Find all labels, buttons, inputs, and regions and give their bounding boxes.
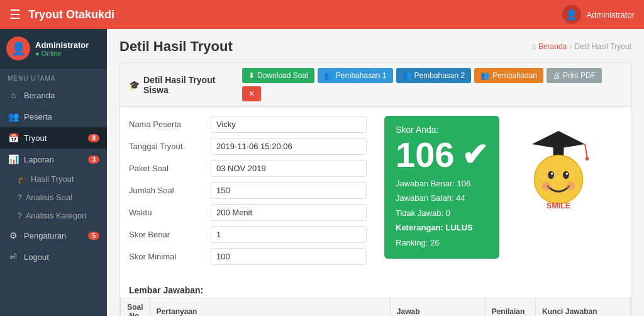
value-paket: 03 NOV 2019: [211, 160, 367, 177]
smile-graduation-image: SMILE you're Graduated: [514, 122, 602, 210]
sidebar-user-panel: 👤 Administrator ● Online: [0, 29, 107, 69]
sidebar-item-logout[interactable]: ⏎ Logout: [0, 246, 107, 268]
question2-icon: ?: [18, 212, 22, 220]
sidebar-item-beranda[interactable]: ⌂ Beranda: [0, 84, 107, 106]
svg-point-11: [542, 182, 551, 191]
label-jumlah: Jumlah Soal: [129, 186, 211, 195]
download-soal-button[interactable]: ⬇ Download Soal: [242, 68, 314, 83]
label-nama: Nama Peserta: [129, 120, 211, 129]
score-box: Skor Anda: 106 ✔ Jawaban Benar: 106 Jawa…: [384, 116, 499, 259]
smile-image-container: SMILE you're Graduated: [508, 116, 609, 217]
value-skor-minimal: 100: [211, 248, 367, 265]
pembahasan2-icon: 👥: [402, 71, 412, 80]
form-row-nama: Nama Peserta Vicky: [129, 116, 367, 133]
answer-table-wrapper: Soal No. Pertanyaan Jawab Penilaian Kunc…: [120, 298, 631, 316]
sidebar-item-label: Logout: [24, 252, 49, 262]
calendar-icon: 📅: [8, 133, 19, 143]
sidebar-item-tryout[interactable]: 📅 Tryout 8: [0, 127, 107, 149]
pembahasan1-icon: 👥: [324, 71, 333, 80]
sidebar-item-hasil-tryout[interactable]: 🎓 Hasil Tryout: [0, 170, 107, 188]
col-penilaian: Penilaian: [485, 298, 535, 317]
page-title: Detil Hasil Tryout: [119, 38, 233, 55]
form-row-skor-minimal: Skor Minimal 100: [129, 248, 367, 265]
breadcrumb-home-icon: ⌂: [531, 42, 536, 51]
value-skor-benar: 1: [211, 226, 367, 243]
close-button[interactable]: ✕: [242, 86, 261, 101]
sidebar-item-label: Tryout: [24, 133, 47, 143]
label-skor-benar: Skor Benar: [129, 230, 211, 239]
sidebar-user-info: Administrator ● Online: [35, 40, 101, 57]
answer-table: Soal No. Pertanyaan Jawab Penilaian Kunc…: [120, 298, 631, 316]
detail-form: Nama Peserta Vicky Tanggal Tryout 2019-1…: [120, 107, 375, 279]
sidebar-item-peserta[interactable]: 👥 Peserta: [0, 106, 107, 127]
sidebar-item-pengaturan[interactable]: ⚙ Pengaturan 5: [0, 225, 107, 246]
laporan-badge: 3: [88, 155, 99, 164]
download-icon: ⬇: [248, 71, 255, 80]
main-content: Detil Hasil Tryout ⌂ Beranda › Detil Has…: [107, 29, 644, 316]
detail-right: Skor Anda: 106 ✔ Jawaban Benar: 106 Jawa…: [375, 107, 631, 279]
nav-right: 👤 Administrator: [562, 5, 635, 24]
brand-title: Tryout Otakukdi: [28, 8, 114, 21]
keterangan-lulus: Keterangan: LULUS: [396, 220, 488, 235]
graduation-cap-icon: 🎓: [129, 80, 140, 90]
pembahasan-icon: 👥: [480, 71, 490, 80]
svg-line-3: [585, 144, 587, 157]
tryout-badge: 8: [88, 134, 99, 142]
svg-point-9: [551, 172, 553, 175]
sidebar-avatar: 👤: [6, 37, 30, 60]
sidebar-item-analisis-soal[interactable]: ? Analisis Soal: [0, 188, 107, 206]
download-soal-label: Download Soal: [257, 71, 308, 80]
form-row-waktu: Waktu 200 Menit: [129, 204, 367, 221]
check-icon: ✔: [462, 139, 488, 171]
table-header-row: Soal No. Pertanyaan Jawab Penilaian Kunc…: [121, 298, 631, 317]
score-details: Jawaban Benar: 106 Jawaban Salah: 44 Tid…: [396, 176, 488, 250]
sidebar-sub-label: Hasil Tryout: [31, 174, 74, 184]
pembahasan2-button[interactable]: 👥 Pembahasan 2: [396, 68, 472, 83]
admin-name: Administrator: [586, 10, 635, 20]
admin-avatar: 👤: [562, 5, 581, 24]
sidebar-menu-label: MENU UTAMA: [0, 69, 107, 84]
top-navigation: ☰ Tryout Otakukdi 👤 Administrator: [0, 0, 644, 29]
sidebar: 👤 Administrator ● Online MENU UTAMA ⌂ Be…: [0, 29, 107, 316]
print-pdf-label: Print PDF: [563, 71, 596, 80]
svg-point-4: [586, 157, 589, 161]
value-nama: Vicky: [211, 116, 367, 133]
sidebar-sub-label: Analisis Soal: [26, 193, 72, 202]
sidebar-item-label: Laporan: [24, 155, 54, 164]
breadcrumb-current: Detil Hasil Tryout: [574, 42, 631, 51]
svg-point-7: [548, 171, 555, 179]
pembahasan-button[interactable]: 👥 Pembahasan: [474, 68, 543, 83]
jawaban-salah: Jawaban Salah: 44: [396, 191, 488, 205]
pembahasan1-button[interactable]: 👥 Pembahasan 1: [318, 68, 393, 83]
sidebar-sub-label: Analisis Kategori: [26, 211, 87, 220]
pengaturan-badge: 5: [88, 232, 99, 240]
pembahasan1-label: Pembahasan 1: [336, 71, 387, 80]
print-icon: 🖨: [553, 71, 560, 80]
card-actions: ⬇ Download Soal 👥 Pembahasan 1 👥 Pembaha…: [242, 68, 622, 101]
tidak-jawab: Tidak Jawab: 0: [396, 206, 488, 220]
detail-grid: Nama Peserta Vicky Tanggal Tryout 2019-1…: [120, 107, 631, 279]
svg-text:SMILE: SMILE: [547, 201, 570, 210]
card-header-title: 🎓 Detil Hasil Tryout Siswa: [129, 75, 242, 95]
app-layout: 👤 Administrator ● Online MENU UTAMA ⌂ Be…: [0, 29, 644, 316]
breadcrumb-home-link[interactable]: Beranda: [538, 42, 567, 51]
pembahasan-label: Pembahasan: [492, 71, 537, 80]
lembar-jawaban-header: Lembar Jawaban:: [120, 279, 631, 298]
sidebar-status: ● Online: [35, 50, 101, 57]
chart-icon: 📊: [8, 154, 19, 164]
col-pertanyaan: Pertanyaan: [150, 298, 390, 317]
sidebar-item-label: Beranda: [24, 91, 55, 100]
label-paket: Paket Soal: [129, 164, 211, 173]
sidebar-item-label: Peserta: [24, 112, 52, 121]
sidebar-item-laporan[interactable]: 📊 Laporan 3: [0, 149, 107, 170]
sidebar-item-analisis-kategori[interactable]: ? Analisis Kategori: [0, 206, 107, 225]
breadcrumb: ⌂ Beranda › Detil Hasil Tryout: [531, 42, 631, 51]
score-number: 106 ✔: [396, 137, 488, 172]
pembahasan2-label: Pembahasan 2: [414, 71, 465, 80]
svg-point-12: [567, 182, 575, 191]
value-tanggal: 2019-11-06 15:20:06: [211, 138, 367, 155]
hamburger-icon[interactable]: ☰: [9, 7, 21, 22]
svg-point-10: [566, 172, 569, 175]
print-pdf-button[interactable]: 🖨 Print PDF: [547, 68, 602, 83]
col-kunci-jawaban: Kunci Jawaban: [536, 298, 631, 317]
